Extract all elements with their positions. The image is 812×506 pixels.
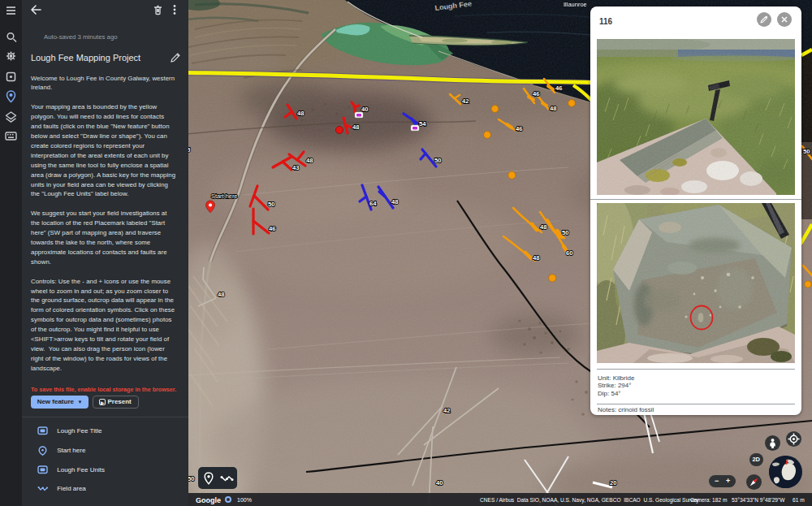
svg-text:Illaunroe: Illaunroe <box>564 1 587 8</box>
svg-text:50: 50 <box>434 157 441 164</box>
svg-text:54: 54 <box>419 120 426 128</box>
svg-text:20: 20 <box>610 479 616 487</box>
svg-text:46: 46 <box>533 90 539 97</box>
svg-text:50: 50 <box>268 201 274 208</box>
svg-text:48: 48 <box>352 123 359 131</box>
svg-text:46: 46 <box>269 225 275 232</box>
svg-text:40: 40 <box>361 106 368 113</box>
svg-text:64: 64 <box>369 200 377 207</box>
svg-text:40: 40 <box>436 479 443 487</box>
svg-text:48: 48 <box>533 254 539 262</box>
svg-text:48: 48 <box>218 291 224 298</box>
svg-text:50: 50 <box>562 229 568 236</box>
svg-text:43: 43 <box>292 164 299 171</box>
svg-text:46: 46 <box>516 125 522 132</box>
svg-text:48: 48 <box>306 157 313 164</box>
svg-text:48: 48 <box>391 198 398 205</box>
svg-text:50: 50 <box>188 475 194 482</box>
svg-text:48: 48 <box>540 223 546 231</box>
svg-text:Start here: Start here <box>211 192 237 200</box>
svg-text:48: 48 <box>550 105 556 112</box>
svg-text:42: 42 <box>462 97 469 105</box>
svg-text:42: 42 <box>443 407 450 414</box>
svg-text:50: 50 <box>803 148 810 155</box>
svg-text:48: 48 <box>297 110 304 117</box>
svg-text:60: 60 <box>566 249 572 257</box>
svg-text:46: 46 <box>555 84 562 92</box>
